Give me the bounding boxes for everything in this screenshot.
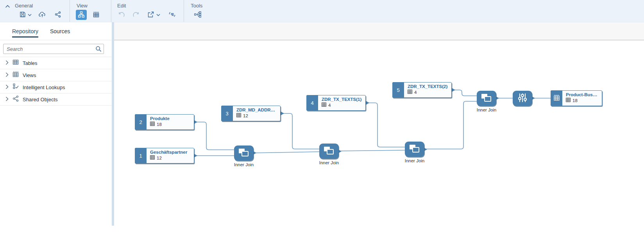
- collapse-toolbar-button[interactable]: [3, 2, 12, 10]
- view-badge-icon: [553, 95, 560, 102]
- inner-join-node-2[interactable]: [319, 144, 339, 159]
- row-count: 12: [157, 156, 162, 160]
- undo-button[interactable]: [116, 10, 127, 20]
- node-body: Geschäftspartner 12: [147, 148, 194, 163]
- node-title: Produkte: [150, 116, 191, 121]
- table-glyph-icon: [566, 98, 571, 103]
- inner-join-node-3[interactable]: [405, 142, 424, 157]
- edge-join2-join3: [339, 150, 405, 151]
- node-number-badge: 1: [135, 148, 147, 163]
- deploy-button[interactable]: [37, 10, 48, 20]
- share-icon: [55, 11, 61, 19]
- toolbar-section-label: Tools: [191, 3, 202, 9]
- table-node-zdr-tx-texts-2[interactable]: 5 ZDR_TX_TEXTS(2) 4: [392, 82, 452, 98]
- node-body: Product-Bussines... 18: [562, 91, 602, 106]
- save-dropdown-button[interactable]: [28, 12, 32, 17]
- edge-zdrmdaddress1-join2: [281, 113, 319, 149]
- edge-zdrtxtexts1-join3: [367, 103, 405, 147]
- node-body: ZDR_TX_TEXTS(1) 4: [318, 95, 365, 110]
- join-icon: [480, 93, 493, 104]
- tree-item-label: Shared Objects: [23, 97, 58, 102]
- toolbar-separator: [111, 0, 111, 22]
- node-title: Geschäftspartner: [150, 150, 191, 154]
- node-number-badge: 2: [135, 114, 147, 130]
- inner-join-node-4[interactable]: [477, 91, 496, 106]
- tree-item-intelligent-lookups[interactable]: Intelligent Lookups: [0, 81, 112, 93]
- tree-item-views[interactable]: Views: [0, 69, 112, 81]
- table-glyph-icon: [150, 122, 155, 127]
- node-number-badge: 5: [392, 82, 404, 98]
- export-button[interactable]: [145, 10, 156, 20]
- chevron-right-icon[interactable]: [5, 84, 9, 91]
- search-box: [3, 44, 104, 54]
- impact-lineage-button[interactable]: [192, 10, 203, 20]
- join-icon: [408, 144, 421, 155]
- node-view-badge: [551, 90, 562, 106]
- edit-csn-button[interactable]: [166, 10, 177, 20]
- output-view-node[interactable]: Product-Bussines... 18: [551, 90, 602, 106]
- chevron-right-icon[interactable]: [5, 72, 9, 79]
- chevron-right-icon[interactable]: [5, 59, 9, 66]
- join-icon: [322, 145, 336, 157]
- node-body: ZDR_MD_ADDRESS(1) 12: [233, 106, 280, 121]
- repository-sidebar: Repository Sources Tables Views Intellig…: [0, 22, 112, 226]
- edge-produkte-join1: [195, 122, 234, 150]
- toolbar-section-label: Edit: [117, 3, 126, 9]
- node-body: Produkte 18: [147, 115, 194, 129]
- table-node-zdr-tx-texts-1[interactable]: 4 ZDR_TX_TEXTS(1) 4: [306, 95, 366, 111]
- filter-node[interactable]: [513, 91, 532, 106]
- tree-item-label: Intelligent Lookups: [23, 84, 65, 90]
- tree-item-tables[interactable]: Tables: [0, 57, 112, 69]
- redo-button[interactable]: [131, 10, 141, 20]
- inner-join-node-1[interactable]: [234, 145, 254, 161]
- output-connector-arrow: [281, 111, 284, 115]
- row-count: 4: [328, 103, 331, 108]
- join-label: Inner Join: [469, 108, 504, 112]
- node-title: ZDR_MD_ADDRESS(1): [236, 108, 277, 112]
- node-title: ZDR_TX_TEXTS(2): [408, 84, 448, 89]
- diagram-canvas[interactable]: 1 Geschäftspartner 12 2 Produkte 18 3 ZD…: [114, 22, 644, 226]
- table-glyph-icon: [236, 113, 241, 118]
- tab-repository[interactable]: Repository: [12, 22, 38, 40]
- table-node-zdr-md-address-1[interactable]: 3 ZDR_MD_ADDRESS(1) 12: [221, 106, 281, 121]
- diagram-view-button[interactable]: [76, 10, 87, 20]
- table-node-produkte[interactable]: 2 Produkte 18: [135, 114, 194, 130]
- edge-join1-join2: [254, 152, 319, 153]
- tab-sources[interactable]: Sources: [50, 22, 70, 40]
- code-list-icon: [169, 12, 175, 18]
- editor-content: 1 Geschäftspartner 12 2 Produkte 18 3 ZD…: [114, 22, 644, 226]
- impact-lineage-icon: [194, 11, 201, 19]
- data-preview-button[interactable]: [91, 10, 102, 20]
- toolbar-section-label: View: [77, 3, 88, 9]
- redo-icon: [133, 12, 140, 18]
- edge-zdrtxtexts2-join4: [453, 90, 477, 96]
- undo-icon: [118, 12, 125, 18]
- chevron-right-icon[interactable]: [5, 96, 9, 103]
- data-grid-icon: [93, 11, 99, 19]
- sidebar-tabs: Repository Sources: [0, 22, 112, 40]
- node-number-badge: 4: [306, 95, 318, 111]
- main-toolbar: General View Edit: [0, 0, 644, 22]
- table-node-geschaeftspartner[interactable]: 1 Geschäftspartner 12: [135, 148, 194, 163]
- toolbar-separator: [184, 0, 184, 22]
- save-icon: [20, 11, 26, 19]
- toolbar-section-label: General: [15, 3, 33, 9]
- tree-item-label: Tables: [23, 60, 38, 66]
- diagram-icon: [78, 11, 84, 19]
- filter-sliders-icon: [516, 92, 529, 105]
- intelligent-lookups-icon: [13, 83, 19, 91]
- export-dropdown-button[interactable]: [156, 12, 161, 17]
- save-button[interactable]: [17, 10, 28, 20]
- output-connector-arrow: [194, 154, 197, 158]
- table-glyph-icon: [322, 102, 326, 108]
- search-input[interactable]: [3, 44, 104, 54]
- table-glyph-icon: [408, 90, 412, 95]
- output-connector-arrow: [366, 101, 369, 105]
- toolbar-separator: [70, 0, 70, 22]
- search-icon[interactable]: [95, 46, 102, 54]
- row-count: 4: [414, 90, 417, 95]
- tree-item-shared-objects[interactable]: Shared Objects: [0, 93, 112, 106]
- share-button[interactable]: [52, 10, 63, 20]
- cloud-upload-icon: [39, 11, 46, 19]
- views-icon: [13, 71, 19, 79]
